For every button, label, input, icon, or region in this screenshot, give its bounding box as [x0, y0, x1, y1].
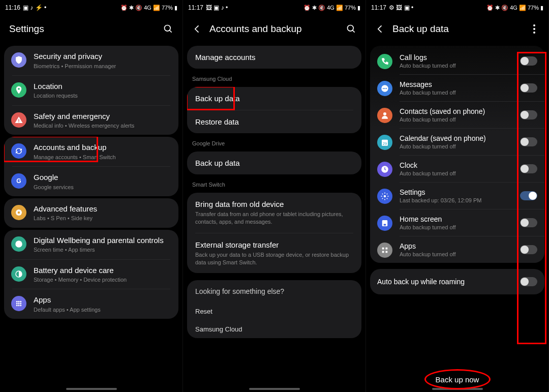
- nav-pill[interactable]: [249, 388, 300, 390]
- svg-point-28: [383, 112, 386, 115]
- svg-point-19: [348, 25, 354, 32]
- item-sub: Storage • Memory • Device protection: [34, 276, 171, 283]
- clock: 11:17: [371, 4, 386, 11]
- item-toggle[interactable]: [520, 83, 537, 93]
- settings-item-advanced-features[interactable]: Advanced featuresLabs • S Pen • Side key: [4, 198, 178, 228]
- shield-icon: [11, 52, 26, 68]
- home-icon: [377, 216, 392, 231]
- backup-item-home-screen[interactable]: Home screenAuto backup turned off: [370, 209, 544, 236]
- svg-text:29: 29: [383, 141, 387, 146]
- item-title: Advanced features: [34, 204, 171, 214]
- svg-rect-34: [384, 224, 386, 226]
- item-title: Settings: [400, 188, 513, 196]
- svg-point-32: [384, 195, 386, 198]
- svg-point-14: [18, 303, 20, 305]
- settings-item-location[interactable]: LocationLocation requests: [4, 76, 178, 105]
- msg-icon: [377, 81, 392, 96]
- bring-data-item[interactable]: Bring data from old device Transfer data…: [187, 193, 361, 233]
- svg-point-15: [20, 303, 21, 305]
- section-smart-switch: Smart Switch: [183, 176, 365, 191]
- clock: 11:17: [188, 4, 203, 11]
- page-title: Accounts and backup: [209, 23, 339, 35]
- item-sub: Auto backup turned off: [400, 224, 513, 230]
- search-icon[interactable]: [163, 24, 173, 34]
- alert-icon: [11, 112, 26, 128]
- status-bar: 11:17 ⚙ 🖼 ▣ • ⏰ ✱ 🔇 4G 📶 77% ▮: [366, 0, 548, 15]
- item-title: Apps: [400, 242, 513, 250]
- settings-item-safety-and-emergency[interactable]: Safety and emergencyMedical info • Wirel…: [4, 106, 178, 135]
- settings-item-accounts-and-backup[interactable]: Accounts and backupManage accounts • Sma…: [4, 137, 178, 166]
- settings-item-apps[interactable]: AppsDefault apps • App settings: [4, 289, 178, 319]
- external-storage-item[interactable]: External storage transfer Back up your d…: [187, 233, 361, 274]
- section-samsung-cloud: Samsung Cloud: [183, 71, 365, 85]
- svg-point-11: [18, 301, 20, 303]
- wellbeing-icon: [11, 236, 26, 252]
- screen-backup-data: 11:17 ⚙ 🖼 ▣ • ⏰ ✱ 🔇 4G 📶 77% ▮ Back up d…: [366, 0, 549, 392]
- bring-title: Bring data from old device: [195, 200, 353, 208]
- item-sub: Screen time • App timers: [34, 246, 171, 253]
- svg-text:G: G: [16, 177, 21, 185]
- settings-item-google[interactable]: GGoogleGoogle services: [4, 167, 178, 196]
- restore-data-item[interactable]: Restore data: [187, 110, 361, 133]
- nav-pill[interactable]: [432, 388, 483, 390]
- person-icon: [377, 108, 392, 123]
- drive-backup-item[interactable]: Back up data: [187, 152, 361, 174]
- item-toggle[interactable]: [520, 245, 537, 254]
- item-toggle[interactable]: [520, 110, 537, 119]
- battery-pct: 77%: [528, 5, 539, 11]
- manage-accounts-item[interactable]: Manage accounts: [187, 46, 361, 69]
- item-toggle[interactable]: [520, 218, 537, 227]
- item-toggle[interactable]: [520, 191, 537, 200]
- svg-rect-36: [386, 248, 388, 250]
- battery-icon: ▮: [357, 5, 360, 11]
- item-sub: Manage accounts • Smart Switch: [34, 154, 171, 161]
- nav-pill[interactable]: [66, 388, 117, 390]
- suggest-samsung-cloud[interactable]: Samsung Cloud: [187, 320, 361, 338]
- item-title: Location: [34, 81, 171, 92]
- svg-point-10: [16, 301, 18, 303]
- settings-item-security-and-privacy[interactable]: Security and privacyBiometrics • Permiss…: [4, 46, 178, 75]
- backup-item-calendar-saved-on-phone-[interactable]: 29Calendar (saved on phone)Auto backup t…: [370, 129, 544, 155]
- item-toggle[interactable]: [520, 56, 537, 66]
- notif-icons: ⚙ 🖼 ▣ •: [389, 4, 413, 11]
- backup-item-messages[interactable]: MessagesAuto backup turned off: [370, 75, 544, 101]
- back-button[interactable]: [192, 24, 202, 34]
- status-bar: 11:17 🖼 ▣ ♪ • ⏰ ✱ 🔇 4G 📶 77% ▮: [183, 0, 365, 15]
- search-icon[interactable]: [346, 24, 356, 34]
- status-bar: 11:16 ▣ ♪ ⚡ • ⏰ ✱ 🔇 4G 📶 77% ▮: [0, 0, 182, 15]
- svg-point-27: [386, 88, 387, 89]
- backup-item-contacts-saved-on-phone-[interactable]: Contacts (saved on phone)Auto backup tur…: [370, 102, 544, 128]
- gear-icon: [377, 189, 392, 204]
- item-toggle[interactable]: [520, 137, 537, 146]
- item-title: Clock: [400, 161, 513, 169]
- svg-point-21: [533, 24, 535, 26]
- svg-point-25: [383, 88, 384, 89]
- settings-group: Security and privacyBiometrics • Permiss…: [4, 46, 178, 135]
- suggest-reset[interactable]: Reset: [187, 303, 361, 320]
- auto-backup-roaming[interactable]: Auto back up while roaming: [370, 269, 544, 294]
- grid-icon: [377, 243, 392, 258]
- item-title: Home screen: [400, 215, 513, 223]
- backup-item-apps[interactable]: AppsAuto backup turned off: [370, 236, 544, 263]
- notif-icons: 🖼 ▣ ♪ •: [206, 4, 228, 11]
- item-sub: Last backed up: 03/26, 12:09 PM: [400, 197, 513, 203]
- item-sub: Google services: [34, 184, 171, 191]
- svg-rect-38: [386, 251, 388, 253]
- star-icon: [11, 205, 26, 220]
- item-toggle[interactable]: [520, 164, 537, 173]
- clock-icon: [377, 162, 392, 177]
- svg-rect-35: [382, 248, 384, 250]
- item-sub: Auto backup turned off: [400, 116, 513, 123]
- backup-data-item[interactable]: Back up data: [187, 87, 361, 110]
- backup-item-settings[interactable]: SettingsLast backed up: 03/26, 12:09 PM: [370, 183, 544, 209]
- battery-icon: ▮: [174, 5, 177, 11]
- backup-item-clock[interactable]: ClockAuto backup turned off: [370, 156, 544, 182]
- settings-item-digital-wellbeing-and-parental-controls[interactable]: Digital Wellbeing and parental controlsS…: [4, 230, 178, 259]
- roaming-label: Auto back up while roaming: [377, 278, 513, 286]
- back-button[interactable]: [375, 24, 385, 34]
- settings-item-battery-and-device-care[interactable]: Battery and device careStorage • Memory …: [4, 260, 178, 289]
- roaming-toggle[interactable]: [520, 277, 537, 286]
- backup-item-call-logs[interactable]: Call logsAuto backup turned off: [370, 48, 544, 74]
- more-icon[interactable]: [529, 24, 539, 34]
- item-title: Security and privacy: [34, 51, 171, 62]
